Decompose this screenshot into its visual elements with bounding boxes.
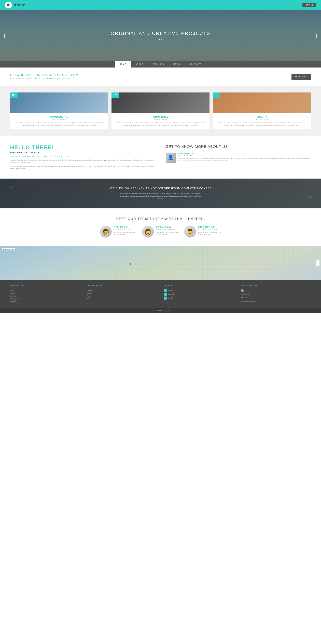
team-avatar-2: 👨 [184, 226, 196, 238]
quote-section: “ MES CUML DIA SED INENIASINGE DOLORE IP… [0, 178, 321, 208]
site-header: 🏛 archo. HIRE US [0, 0, 321, 10]
logo-text: archo. [14, 3, 27, 8]
hero-next-button[interactable]: ❯ [312, 33, 321, 38]
hero-dot-1[interactable] [159, 39, 160, 40]
team-member-role-0: CHIEF ARCHITECT [114, 228, 137, 230]
team-member-role-1: INTERIOR DESIGNER [156, 228, 179, 230]
nav-contacts[interactable]: CONTACTS [185, 61, 206, 68]
site-footer: NAVIGATION Home About Us Services Our Pr… [0, 280, 321, 308]
card-subtitle-industrial: DOLORE IPSUM [114, 118, 207, 120]
team-member-info-1: SARA CLOW INTERIOR DESIGNER Met cum die … [156, 226, 179, 236]
about-para1: Mes cum die sed in lacus ut enisset ipas… [10, 159, 156, 164]
footer-nav-about[interactable]: About Us [10, 292, 80, 295]
team-member-name-0: SAM ROCK [114, 226, 137, 228]
card-image-commercial [10, 92, 108, 113]
map-inner [0, 246, 321, 280]
nav-home[interactable]: HOME [115, 61, 131, 68]
footer-address-line1: archo street, [241, 293, 311, 296]
intro-title: CREATING DESIGNS OF ANY COMPLEXITY [10, 74, 78, 77]
quote-mark-left: “ [10, 185, 13, 194]
card-text-industrial: Dolor nunc vule pulvinar ips dor sit con… [114, 122, 207, 126]
facebook-icon: f [164, 293, 167, 296]
footer-members-title: FOR MEMBERS [87, 285, 157, 287]
home-icon: 🏠 [241, 289, 311, 292]
team-avatar-1: 👩 [142, 226, 154, 238]
card-text-luxury: Dolor nunc vule pulvinar ips dor sit con… [216, 122, 308, 126]
person-desc: Dolor nunc vule pulvinar ips dor sit con… [178, 158, 311, 162]
quote-text: Dolor hunc vule pulvinar ips dot connect… [118, 192, 203, 200]
more-info-button[interactable]: MORE INFO [292, 74, 311, 80]
footer-nav-home[interactable]: Home [10, 289, 80, 292]
card-industrial: 02 INDUSTRIAL DOLORE IPSUM Dolor nunc vu… [111, 92, 210, 129]
about-welcome: WELCOME TO OUR SITE [10, 151, 156, 154]
footer-member-login[interactable]: Login [87, 292, 157, 295]
hero-dots [111, 39, 210, 40]
hero-dot-2[interactable] [161, 39, 162, 40]
footer-social-twitter[interactable]: t @archo [164, 289, 234, 292]
intro-section: CREATING DESIGNS OF ANY COMPLEXITY MES C… [0, 68, 321, 86]
card-body-luxury: LUXURY DOLORE IPSUM Dolor nunc vule pulv… [213, 113, 311, 129]
hero-section: ❮ ORIGINAL AND CREATIVE PROJECTS ❯ [0, 10, 321, 61]
footer-nav-services[interactable]: Services [10, 295, 80, 298]
nav-services[interactable]: SERVICES [148, 61, 169, 68]
quote-mark-right: ” [308, 195, 311, 203]
cards-section: 01 COMMERCIAL DOLORE IPSUM Dolor nunc vu… [0, 86, 321, 136]
card-num-industrial: 02 [111, 92, 119, 98]
footer-social-google[interactable]: g+ google+ [164, 296, 234, 300]
team-member-name-2: MIKE BRONS [198, 226, 221, 228]
person-name: SAM SMOOTH [178, 152, 311, 155]
hire-us-button[interactable]: HIRE US [303, 3, 316, 7]
footer-brand-link[interactable]: Archo [150, 310, 155, 312]
about-para2: Die sed in lacus ut enisset ipas experts… [10, 165, 156, 170]
footer-member-forum[interactable]: Forum [87, 295, 157, 298]
footer-nav-title: NAVIGATION [10, 285, 80, 287]
footer-member-register[interactable]: Register [87, 289, 157, 292]
footer-location-col: OUR LOCATION 🏠 archo street, New York ✉ … [241, 285, 311, 303]
map-zoom-in[interactable]: + [316, 260, 320, 263]
footer-address-line2: New York [241, 296, 311, 299]
footer-nav-contacts[interactable]: Contacts [10, 300, 80, 303]
team-member-text-1: Met cum die sed malesuada eros inah elit… [156, 231, 179, 236]
footer-social-facebook[interactable]: f facebook [164, 293, 234, 296]
footer-google-label: google+ [168, 297, 173, 300]
hero-prev-button[interactable]: ❮ [0, 33, 9, 38]
google-icon: g+ [164, 296, 167, 300]
map-zoom-controls: + − [316, 260, 320, 266]
main-nav: HOME ABOUT SERVICES NEWS CONTACTS [0, 61, 321, 68]
nav-news[interactable]: NEWS [169, 61, 185, 68]
person-role: DOLORE IPSUM [178, 155, 311, 156]
footer-copyright: © 2013 Privacy Policy [156, 310, 171, 312]
intro-text-block: CREATING DESIGNS OF ANY COMPLEXITY MES C… [10, 74, 78, 80]
team-member-text-0: Met cum die sed malesuada eros inah elit… [114, 231, 137, 236]
card-luxury: 03 LUXURY DOLORE IPSUM Dolor nunc vule p… [213, 92, 311, 129]
team-member-1: 👩 SARA CLOW INTERIOR DESIGNER Met cum di… [142, 226, 179, 238]
footer-facebook-label: facebook [168, 293, 174, 296]
team-section: MEET OUR TEAM THAT MAKES IT ALL HAPPEN. … [0, 208, 321, 246]
footer-nav-projects[interactable]: Our Projects [10, 298, 80, 300]
card-body-commercial: COMMERCIAL DOLORE IPSUM Dolor nunc vule … [10, 113, 108, 129]
map-zoom-out[interactable]: − [316, 263, 320, 266]
footer-member-blog[interactable]: Blog [87, 298, 157, 300]
footer-nav-col: NAVIGATION Home About Us Services Our Pr… [10, 285, 80, 303]
footer-location-title: OUR LOCATION [241, 285, 311, 287]
team-avatar-0: 🧑 [100, 226, 112, 238]
card-subtitle-commercial: DOLORE IPSUM [13, 118, 105, 120]
footer-email[interactable]: mail@example.com [243, 301, 256, 302]
twitter-icon: t [164, 289, 167, 292]
about-left: HELLO THERE! WELCOME TO OUR SITE LOREM I… [10, 144, 156, 170]
card-subtitle-luxury: DOLORE IPSUM [216, 118, 308, 120]
nav-about[interactable]: ABOUT [131, 61, 148, 68]
footer-twitter-label: @archo [168, 289, 173, 292]
card-title-luxury: LUXURY [216, 116, 308, 118]
team-member-info-0: SAM ROCK CHIEF ARCHITECT Met cum die sed… [114, 226, 137, 236]
person-block: 👤 SAM SMOOTH DOLORE IPSUM Dolor nunc vul… [166, 152, 311, 163]
person-avatar: 👤 [166, 152, 176, 163]
card-title-commercial: COMMERCIAL [13, 116, 105, 118]
card-text-commercial: Dolor nunc vule pulvinar ips dor sit con… [13, 122, 105, 126]
team-member-0: 🧑 SAM ROCK CHIEF ARCHITECT Met cum die s… [100, 226, 137, 238]
hero-title: ORIGINAL AND CREATIVE PROJECTS [111, 31, 210, 36]
team-member-text-2: Met cum die sed malesuada eros inah elit… [198, 231, 221, 236]
view-larger-map-link[interactable]: View larger map [2, 248, 15, 250]
card-commercial: 01 COMMERCIAL DOLORE IPSUM Dolor nunc vu… [10, 92, 108, 129]
card-title-industrial: INDUSTRIAL [114, 116, 207, 118]
